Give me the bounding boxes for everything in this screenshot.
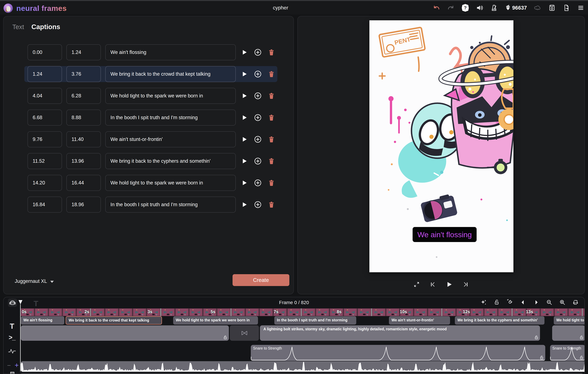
- caption-row[interactable]: [24, 88, 277, 104]
- end-time-input[interactable]: [66, 153, 101, 169]
- export-button[interactable]: [563, 4, 570, 11]
- delete-caption-button[interactable]: [269, 93, 274, 99]
- play-caption-button[interactable]: [242, 50, 247, 55]
- caption-text-input[interactable]: [105, 66, 236, 82]
- segment-lock-icon[interactable]: [580, 356, 584, 360]
- add-caption-button[interactable]: [254, 49, 261, 56]
- caption-text-input[interactable]: [105, 153, 236, 169]
- play-caption-button[interactable]: [242, 158, 247, 164]
- text-track-icon[interactable]: T: [3, 322, 21, 331]
- avatar[interactable]: [3, 3, 13, 13]
- add-caption-button[interactable]: [254, 71, 261, 78]
- skip-to-start-button[interactable]: [430, 281, 436, 288]
- caption-row[interactable]: [24, 175, 277, 191]
- caption-text-input[interactable]: [105, 44, 236, 60]
- timeline-scrollbar[interactable]: [21, 373, 585, 374]
- music-track-icon[interactable]: [3, 370, 21, 374]
- add-caption-button[interactable]: [254, 114, 261, 121]
- caption-segment[interactable]: We ain't stunt-or-frontin': [389, 316, 450, 325]
- delete-caption-button[interactable]: [269, 114, 274, 121]
- play-caption-button[interactable]: [242, 72, 247, 77]
- end-time-input[interactable]: [66, 175, 101, 191]
- prompt-segment[interactable]: [21, 325, 229, 341]
- automation-remove-button[interactable]: −: [6, 362, 12, 369]
- caption-text-input[interactable]: [105, 110, 236, 125]
- delete-caption-button[interactable]: [269, 202, 274, 208]
- caption-segment[interactable]: We hold tight to the spark we were born …: [173, 316, 258, 325]
- caption-row[interactable]: [24, 110, 277, 125]
- play-caption-button[interactable]: [242, 202, 247, 207]
- delete-caption-button[interactable]: [269, 71, 274, 77]
- caption-row[interactable]: [24, 66, 277, 82]
- end-time-input[interactable]: [66, 110, 101, 125]
- play-caption-button[interactable]: [242, 93, 247, 98]
- model-selector[interactable]: Juggernaut XL: [15, 278, 54, 284]
- add-caption-button[interactable]: [254, 201, 261, 208]
- prompt-segment[interactable]: A lightning bolt strikes, stormy sky, dr…: [260, 325, 540, 341]
- segment-lock-icon[interactable]: [580, 336, 584, 339]
- start-time-input[interactable]: [28, 131, 62, 147]
- add-caption-button[interactable]: [254, 179, 261, 186]
- playhead-handle[interactable]: [19, 300, 22, 304]
- crossfade-segment[interactable]: [230, 325, 259, 341]
- delete-caption-button[interactable]: [269, 49, 274, 55]
- segment-lock-icon[interactable]: [540, 356, 544, 360]
- save-button[interactable]: [548, 4, 556, 11]
- delete-caption-button[interactable]: [269, 136, 274, 142]
- caption-segment[interactable]: In the booth I spit truth and I'm stormi…: [274, 316, 356, 325]
- brand-name[interactable]: neural frames: [16, 4, 67, 13]
- caption-text-input[interactable]: [105, 197, 236, 213]
- playhead-line[interactable]: [20, 304, 21, 372]
- start-time-input[interactable]: [28, 153, 62, 169]
- delete-caption-button[interactable]: [269, 158, 274, 164]
- end-time-input[interactable]: [66, 44, 101, 60]
- start-time-input[interactable]: [28, 88, 62, 104]
- play-button[interactable]: [446, 281, 452, 288]
- caption-row[interactable]: [24, 131, 277, 147]
- start-time-input[interactable]: [28, 66, 62, 82]
- end-time-input[interactable]: [66, 197, 101, 213]
- undo-button[interactable]: [433, 4, 440, 11]
- help-button[interactable]: ?: [462, 4, 469, 11]
- caption-text-input[interactable]: [105, 88, 236, 104]
- caption-text-input[interactable]: [105, 131, 236, 147]
- skip-to-end-button[interactable]: [462, 281, 469, 288]
- start-time-input[interactable]: [28, 175, 62, 191]
- scrollbar-thumb[interactable]: [21, 373, 583, 374]
- automation-segment[interactable]: Snare to Strength: [550, 345, 585, 361]
- metronome-button[interactable]: [490, 4, 498, 11]
- caption-text-input[interactable]: [105, 175, 236, 191]
- add-caption-button[interactable]: [254, 136, 261, 143]
- tab-text[interactable]: Text: [12, 23, 24, 31]
- start-time-input[interactable]: [28, 197, 62, 213]
- prompt-track-icon[interactable]: >_: [3, 334, 21, 341]
- segment-lock-icon[interactable]: [224, 336, 227, 339]
- volume-button[interactable]: [476, 4, 483, 11]
- redo-button[interactable]: [447, 4, 454, 11]
- start-time-input[interactable]: [28, 44, 62, 60]
- delete-caption-button[interactable]: [269, 180, 274, 186]
- play-caption-button[interactable]: [242, 180, 247, 185]
- automation-add-button[interactable]: +: [13, 361, 20, 369]
- caption-row[interactable]: [24, 197, 277, 213]
- play-caption-button[interactable]: [242, 137, 247, 142]
- start-time-input[interactable]: [28, 110, 62, 125]
- automation-segment[interactable]: Snare to Strength: [251, 345, 545, 361]
- end-time-input[interactable]: [66, 88, 101, 104]
- credits-counter[interactable]: 96637: [505, 5, 527, 11]
- caption-segment[interactable]: We hold tight to: [554, 316, 585, 325]
- audio-waveform-track[interactable]: [21, 361, 585, 372]
- segment-lock-icon[interactable]: [535, 336, 538, 339]
- menu-button[interactable]: [577, 4, 585, 11]
- add-caption-button[interactable]: [254, 92, 261, 99]
- end-time-input[interactable]: [66, 131, 101, 147]
- end-time-input[interactable]: [66, 66, 101, 82]
- prompt-segment[interactable]: [552, 325, 585, 341]
- caption-row[interactable]: [24, 44, 277, 60]
- add-caption-button[interactable]: [254, 157, 261, 165]
- video-preview[interactable]: PENT: [369, 20, 514, 272]
- caption-segment[interactable]: We ain't flossing: [21, 316, 64, 325]
- caption-segment[interactable]: We bring it back to the cyphers and some…: [455, 316, 545, 325]
- filmstrip-track[interactable]: [21, 308, 585, 316]
- cloud-sync-button[interactable]: [534, 4, 541, 11]
